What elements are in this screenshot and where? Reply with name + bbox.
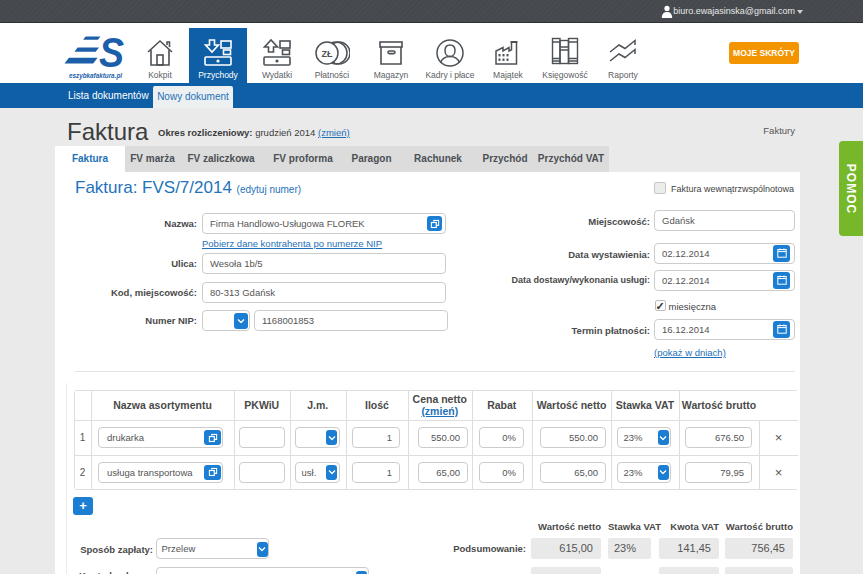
svg-text:ZŁ: ZŁ — [322, 49, 333, 59]
svg-text:eszybkafaktura.pl: eszybkafaktura.pl — [69, 71, 123, 80]
